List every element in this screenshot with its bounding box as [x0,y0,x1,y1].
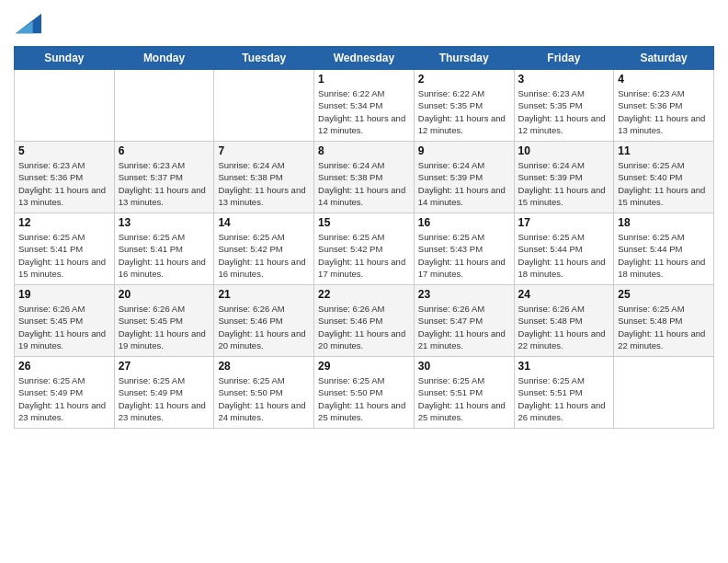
day-info: Sunrise: 6:25 AMSunset: 5:50 PMDaylight:… [318,374,410,423]
day-number: 25 [618,288,710,301]
calendar-day-header: Saturday [614,47,714,70]
calendar-cell: 28Sunrise: 6:25 AMSunset: 5:50 PMDayligh… [214,357,314,429]
calendar-cell: 13Sunrise: 6:25 AMSunset: 5:41 PMDayligh… [114,213,214,285]
day-info: Sunrise: 6:25 AMSunset: 5:51 PMDaylight:… [418,374,510,423]
day-info: Sunrise: 6:25 AMSunset: 5:51 PMDaylight:… [518,374,610,423]
calendar-cell: 10Sunrise: 6:24 AMSunset: 5:39 PMDayligh… [514,142,614,213]
calendar-cell: 11Sunrise: 6:25 AMSunset: 5:40 PMDayligh… [614,142,714,213]
calendar-cell: 26Sunrise: 6:25 AMSunset: 5:49 PMDayligh… [15,357,115,429]
calendar-cell: 1Sunrise: 6:22 AMSunset: 5:34 PMDaylight… [314,70,415,142]
day-info: Sunrise: 6:25 AMSunset: 5:44 PMDaylight:… [618,231,710,280]
day-number: 22 [318,288,410,301]
day-number: 4 [618,73,710,86]
calendar-week-row: 1Sunrise: 6:22 AMSunset: 5:34 PMDaylight… [15,70,714,142]
day-number: 23 [418,288,510,301]
calendar-week-row: 12Sunrise: 6:25 AMSunset: 5:41 PMDayligh… [15,213,714,285]
day-number: 5 [18,144,110,157]
day-info: Sunrise: 6:23 AMSunset: 5:37 PMDaylight:… [119,159,210,208]
day-info: Sunrise: 6:23 AMSunset: 5:36 PMDaylight:… [18,159,110,208]
calendar-day-header: Thursday [414,47,514,70]
calendar-cell: 22Sunrise: 6:26 AMSunset: 5:46 PMDayligh… [314,285,415,357]
day-info: Sunrise: 6:25 AMSunset: 5:44 PMDaylight:… [518,231,610,280]
calendar-cell [614,357,714,429]
calendar-cell: 5Sunrise: 6:23 AMSunset: 5:36 PMDaylight… [15,142,115,213]
calendar-cell: 18Sunrise: 6:25 AMSunset: 5:44 PMDayligh… [614,213,714,285]
calendar-cell [214,70,314,142]
day-info: Sunrise: 6:25 AMSunset: 5:48 PMDaylight:… [618,303,710,351]
day-info: Sunrise: 6:25 AMSunset: 5:49 PMDaylight:… [18,374,110,423]
day-info: Sunrise: 6:26 AMSunset: 5:45 PMDaylight:… [18,303,110,351]
calendar-header-row: SundayMondayTuesdayWednesdayThursdayFrid… [15,47,714,70]
calendar-week-row: 19Sunrise: 6:26 AMSunset: 5:45 PMDayligh… [15,285,714,357]
day-number: 10 [518,144,610,157]
calendar-cell: 21Sunrise: 6:26 AMSunset: 5:46 PMDayligh… [214,285,314,357]
logo-triangle-icon [16,9,41,35]
day-number: 15 [318,216,410,229]
calendar-cell: 16Sunrise: 6:25 AMSunset: 5:43 PMDayligh… [414,213,514,285]
day-number: 24 [518,288,610,301]
calendar-cell: 27Sunrise: 6:25 AMSunset: 5:49 PMDayligh… [114,357,214,429]
calendar-cell [15,70,115,142]
day-number: 31 [518,360,610,373]
day-info: Sunrise: 6:24 AMSunset: 5:38 PMDaylight:… [218,159,310,208]
day-number: 14 [218,216,310,229]
day-info: Sunrise: 6:25 AMSunset: 5:40 PMDaylight:… [618,159,710,208]
day-number: 17 [518,216,610,229]
day-number: 11 [618,144,710,157]
day-info: Sunrise: 6:26 AMSunset: 5:46 PMDaylight:… [218,303,310,351]
calendar-cell: 3Sunrise: 6:23 AMSunset: 5:35 PMDaylight… [514,70,614,142]
calendar-day-header: Wednesday [314,47,415,70]
calendar-day-header: Friday [514,47,614,70]
day-number: 26 [18,360,110,373]
day-info: Sunrise: 6:23 AMSunset: 5:35 PMDaylight:… [518,87,610,136]
day-info: Sunrise: 6:26 AMSunset: 5:45 PMDaylight:… [119,303,210,351]
day-number: 18 [618,216,710,229]
calendar-cell: 7Sunrise: 6:24 AMSunset: 5:38 PMDaylight… [214,142,314,213]
header [14,9,714,39]
day-info: Sunrise: 6:24 AMSunset: 5:39 PMDaylight:… [418,159,510,208]
day-number: 3 [518,73,610,86]
day-number: 12 [18,216,110,229]
day-number: 19 [18,288,110,301]
calendar-cell: 2Sunrise: 6:22 AMSunset: 5:35 PMDaylight… [414,70,514,142]
calendar-cell: 20Sunrise: 6:26 AMSunset: 5:45 PMDayligh… [114,285,214,357]
calendar-day-header: Monday [114,47,214,70]
calendar-cell: 12Sunrise: 6:25 AMSunset: 5:41 PMDayligh… [15,213,115,285]
day-info: Sunrise: 6:22 AMSunset: 5:35 PMDaylight:… [418,87,510,136]
calendar-cell: 29Sunrise: 6:25 AMSunset: 5:50 PMDayligh… [314,357,415,429]
day-info: Sunrise: 6:25 AMSunset: 5:49 PMDaylight:… [119,374,210,423]
day-info: Sunrise: 6:25 AMSunset: 5:43 PMDaylight:… [418,231,510,280]
day-info: Sunrise: 6:26 AMSunset: 5:47 PMDaylight:… [418,303,510,351]
calendar-table: SundayMondayTuesdayWednesdayThursdayFrid… [14,46,714,429]
day-number: 29 [318,360,410,373]
day-number: 27 [119,360,210,373]
calendar-cell: 23Sunrise: 6:26 AMSunset: 5:47 PMDayligh… [414,285,514,357]
page: SundayMondayTuesdayWednesdayThursdayFrid… [0,0,728,563]
day-number: 30 [418,360,510,373]
day-info: Sunrise: 6:26 AMSunset: 5:46 PMDaylight:… [318,303,410,351]
logo [14,9,41,39]
calendar-day-header: Tuesday [214,47,314,70]
day-number: 13 [119,216,210,229]
day-number: 20 [119,288,210,301]
day-info: Sunrise: 6:25 AMSunset: 5:41 PMDaylight:… [18,231,110,280]
day-info: Sunrise: 6:25 AMSunset: 5:50 PMDaylight:… [218,374,310,423]
day-number: 2 [418,73,510,86]
calendar-week-row: 5Sunrise: 6:23 AMSunset: 5:36 PMDaylight… [15,142,714,213]
day-info: Sunrise: 6:24 AMSunset: 5:39 PMDaylight:… [518,159,610,208]
calendar-cell: 15Sunrise: 6:25 AMSunset: 5:42 PMDayligh… [314,213,415,285]
calendar-week-row: 26Sunrise: 6:25 AMSunset: 5:49 PMDayligh… [15,357,714,429]
calendar-cell: 14Sunrise: 6:25 AMSunset: 5:42 PMDayligh… [214,213,314,285]
calendar-day-header: Sunday [15,47,115,70]
day-number: 16 [418,216,510,229]
day-info: Sunrise: 6:25 AMSunset: 5:42 PMDaylight:… [218,231,310,280]
day-info: Sunrise: 6:26 AMSunset: 5:48 PMDaylight:… [518,303,610,351]
calendar-cell: 30Sunrise: 6:25 AMSunset: 5:51 PMDayligh… [414,357,514,429]
day-info: Sunrise: 6:22 AMSunset: 5:34 PMDaylight:… [318,87,410,136]
day-number: 1 [318,73,410,86]
day-info: Sunrise: 6:23 AMSunset: 5:36 PMDaylight:… [618,87,710,136]
day-info: Sunrise: 6:24 AMSunset: 5:38 PMDaylight:… [318,159,410,208]
day-number: 6 [119,144,210,157]
day-info: Sunrise: 6:25 AMSunset: 5:42 PMDaylight:… [318,231,410,280]
day-number: 7 [218,144,310,157]
